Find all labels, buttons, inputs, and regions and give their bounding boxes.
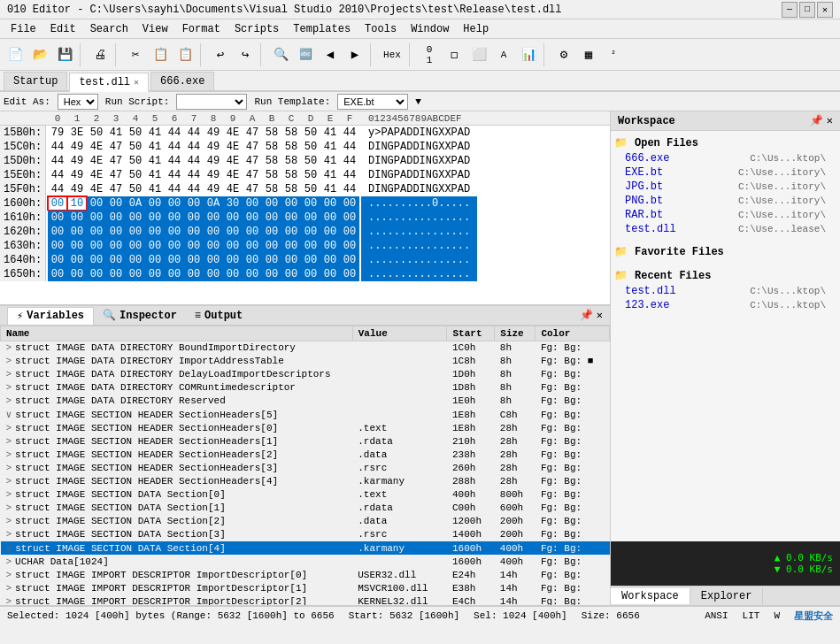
cut-button[interactable]: ✂ — [124, 43, 147, 66]
hex-byte[interactable]: 00 — [320, 211, 340, 225]
hex-byte[interactable]: 00 — [204, 211, 223, 225]
hex-byte[interactable]: 41 — [106, 126, 126, 140]
paste-button[interactable]: 📋 — [173, 43, 197, 66]
hex-byte[interactable]: 00 — [301, 225, 320, 239]
table-row[interactable]: >struct IMAGE IMPORT DESCRIPTOR ImportDe… — [1, 582, 610, 595]
hex-byte[interactable]: 00 — [223, 225, 243, 239]
hex-byte[interactable]: 49 — [204, 154, 223, 168]
hex-byte[interactable]: 44 — [184, 168, 204, 182]
table-row[interactable]: 15B0h:793E504150414444494E475858504144y>… — [0, 126, 610, 140]
hex-byte[interactable]: 00 — [87, 267, 106, 281]
hex-byte[interactable]: 00 — [262, 196, 281, 211]
menu-item-window[interactable]: Window — [404, 21, 456, 37]
hex-byte[interactable]: 00 — [184, 225, 204, 239]
table-row[interactable]: >struct IMAGE SECTION DATA Section[2] .d… — [1, 515, 610, 528]
table-row[interactable]: >struct IMAGE SECTION DATA Section[3] .r… — [1, 528, 610, 541]
hex-byte[interactable]: 00 — [340, 239, 359, 253]
hex-byte[interactable]: 58 — [281, 140, 301, 154]
hex-byte[interactable]: 00 — [87, 196, 106, 211]
hex-byte[interactable]: 44 — [165, 182, 184, 196]
hex-byte[interactable]: 00 — [126, 225, 145, 239]
tab-666exe[interactable]: 666.exe — [150, 72, 214, 90]
hex-byte[interactable]: 44 — [340, 182, 359, 196]
table-row[interactable]: 1630h:00000000000000000000000000000000..… — [0, 239, 610, 253]
output-tab[interactable]: ≡ Output — [186, 308, 251, 324]
menu-item-search[interactable]: Search — [83, 21, 135, 37]
hex-byte[interactable]: 00 — [281, 211, 301, 225]
hex-byte[interactable]: 00 — [165, 196, 184, 211]
tool-btn-4[interactable]: A — [492, 43, 515, 66]
menu-item-templates[interactable]: Templates — [286, 21, 358, 37]
hex-byte[interactable]: 00 — [126, 253, 145, 267]
menu-item-file[interactable]: File — [4, 21, 43, 37]
hex-byte[interactable]: 00 — [262, 267, 281, 281]
tool-btn-5[interactable]: 📊 — [517, 43, 540, 66]
hex-byte[interactable]: 00 — [281, 225, 301, 239]
tool-btn-6[interactable]: ⚙ — [552, 43, 575, 66]
hex-byte[interactable]: 47 — [243, 168, 262, 182]
hex-byte[interactable]: 50 — [301, 140, 320, 154]
menu-item-tools[interactable]: Tools — [358, 21, 404, 37]
menu-item-scripts[interactable]: Scripts — [227, 21, 286, 37]
hex-byte[interactable]: 00 — [184, 267, 204, 281]
new-file-button[interactable]: 📄 — [4, 43, 27, 66]
hex-byte[interactable]: 58 — [262, 168, 281, 182]
tool-btn-8[interactable]: ² — [602, 43, 625, 66]
hex-byte[interactable]: 00 — [243, 253, 262, 267]
hex-byte[interactable]: 47 — [243, 140, 262, 154]
undo-button[interactable]: ↩ — [209, 43, 232, 66]
hex-byte[interactable]: 00 — [184, 253, 204, 267]
table-row[interactable]: 15F0h:44494E4750414444494E475858504144DI… — [0, 182, 610, 196]
hex-byte[interactable]: 00 — [184, 211, 204, 225]
hex-byte[interactable]: 30 — [223, 196, 243, 211]
next-button[interactable]: ▶ — [343, 43, 366, 66]
hex-byte[interactable]: 00 — [87, 211, 106, 225]
table-row[interactable]: >struct IMAGE DATA DIRECTORY DelayLoadIm… — [1, 368, 610, 381]
table-row[interactable]: >struct IMAGE DATA DIRECTORY ImportAddre… — [1, 355, 610, 368]
hex-byte[interactable]: 00 — [87, 253, 106, 267]
tool-btn-1[interactable]: 01 — [418, 43, 441, 66]
hex-byte[interactable]: 00 — [262, 211, 281, 225]
hex-byte[interactable]: 00 — [106, 239, 126, 253]
table-row[interactable]: >struct IMAGE SECTION DATA Section[0] .t… — [1, 488, 610, 502]
maximize-button[interactable]: □ — [799, 2, 815, 18]
hex-byte[interactable]: 00 — [145, 211, 165, 225]
table-row[interactable]: >struct IMAGE DATA DIRECTORY BoundImport… — [1, 341, 610, 355]
hex-byte[interactable]: 10 — [67, 196, 87, 211]
hex-byte[interactable]: 00 — [165, 239, 184, 253]
hex-byte[interactable]: 00 — [243, 239, 262, 253]
hex-byte[interactable]: 4E — [223, 140, 243, 154]
hex-byte[interactable]: 49 — [67, 168, 87, 182]
hex-byte[interactable]: 00 — [340, 267, 359, 281]
hex-byte[interactable]: 41 — [145, 154, 165, 168]
hex-byte[interactable]: 00 — [204, 253, 223, 267]
hex-byte[interactable]: 00 — [223, 211, 243, 225]
hex-byte[interactable]: 00 — [184, 196, 204, 211]
hex-byte[interactable]: 00 — [301, 211, 320, 225]
hex-byte[interactable]: 41 — [320, 126, 340, 140]
hex-byte[interactable]: 00 — [204, 239, 223, 253]
hex-byte[interactable]: 00 — [340, 253, 359, 267]
hex-byte[interactable]: 50 — [87, 126, 106, 140]
find-text-button[interactable]: 🔤 — [294, 43, 317, 66]
list-item[interactable]: JPG.btC:\Use...itory\ — [614, 180, 836, 194]
copy-button[interactable]: 📋 — [149, 43, 172, 66]
table-row[interactable]: 1600h:001000000A0000000A30000000000000..… — [0, 196, 610, 211]
hex-byte[interactable]: 00 — [48, 253, 67, 267]
hex-byte[interactable]: 00 — [320, 253, 340, 267]
table-row[interactable]: >struct IMAGE SECTION HEADER SectionHead… — [1, 435, 610, 448]
hex-byte[interactable]: 00 — [165, 211, 184, 225]
hex-byte[interactable]: 44 — [340, 126, 359, 140]
table-row[interactable]: >struct IMAGE IMPORT DESCRIPTOR ImportDe… — [1, 595, 610, 606]
hex-byte[interactable]: 41 — [320, 168, 340, 182]
hex-byte[interactable]: 50 — [126, 182, 145, 196]
hex-byte[interactable]: 00 — [145, 267, 165, 281]
hex-byte[interactable]: 00 — [106, 225, 126, 239]
table-row[interactable]: 1610h:00000000000000000000000000000000..… — [0, 211, 610, 225]
hex-byte[interactable]: 50 — [301, 126, 320, 140]
workspace-close-icon[interactable]: ✕ — [827, 114, 833, 127]
hex-byte[interactable]: 00 — [165, 267, 184, 281]
hex-byte[interactable]: 44 — [184, 140, 204, 154]
hex-byte[interactable]: 44 — [48, 168, 67, 182]
hex-byte[interactable]: 00 — [106, 267, 126, 281]
